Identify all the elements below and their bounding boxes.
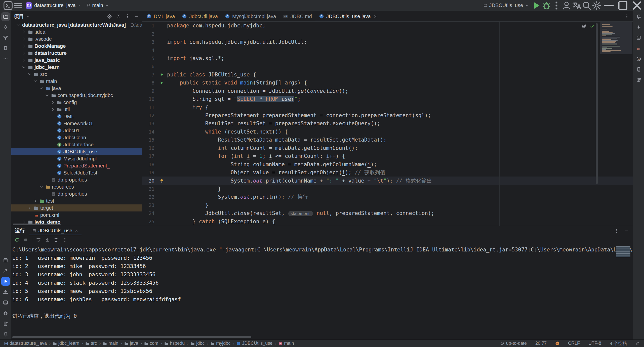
- no-problems-check-icon[interactable]: [590, 24, 595, 29]
- code-line[interactable]: 13 ResultSet resultSet = preparedStateme…: [142, 119, 633, 127]
- user-account-icon[interactable]: [561, 0, 572, 11]
- line-number[interactable]: 4: [142, 48, 156, 53]
- code-line[interactable]: 14 while (resultSet.next()) {: [142, 128, 633, 136]
- editor-minimap[interactable]: [600, 22, 633, 226]
- device-manager-tool-button[interactable]: [634, 65, 643, 74]
- line-number[interactable]: 8: [142, 80, 156, 85]
- code-line[interactable]: 18 String columnName = metaData.getColum…: [142, 160, 633, 168]
- code-line[interactable]: 2: [142, 30, 633, 38]
- chevron-down-icon[interactable]: [33, 79, 38, 84]
- code-line[interactable]: 25 } catch (SQLException e) {: [142, 218, 633, 226]
- code-line[interactable]: 17 for (int i = 1; i <= columnCount; i++…: [142, 152, 633, 160]
- breadcrumb-item[interactable]: main: [103, 341, 118, 346]
- notifications-tool-button[interactable]: [1, 330, 10, 338]
- chevron-down-icon[interactable]: [39, 184, 44, 189]
- line-ending[interactable]: CRLF: [568, 341, 580, 346]
- commit-tool-button[interactable]: [1, 23, 10, 31]
- project-panel-title[interactable]: 项目: [14, 13, 24, 20]
- run-tool-button[interactable]: [1, 277, 10, 286]
- more-tools-tool-button[interactable]: [1, 55, 10, 63]
- soft-wrap-icon[interactable]: [36, 237, 41, 242]
- editor-tab[interactable]: CJDBCUtils_use.java: [315, 11, 381, 21]
- tree-item[interactable]: java: [11, 85, 142, 92]
- vcs-update-status[interactable]: up-to-date: [500, 341, 527, 346]
- libraries-tool-button[interactable]: [634, 76, 643, 84]
- chevron-right-icon[interactable]: [50, 107, 55, 112]
- gradle-tool-button[interactable]: G: [634, 55, 643, 63]
- intention-bulb-icon[interactable]: [159, 179, 164, 183]
- line-number[interactable]: 18: [142, 162, 156, 167]
- more-options-icon[interactable]: [614, 228, 619, 233]
- breadcrumb-item[interactable]: jdbc_learn: [53, 341, 79, 346]
- line-number[interactable]: 13: [142, 121, 156, 126]
- breadcrumb-item[interactable]: datastructure_java: [4, 341, 47, 346]
- tree-item[interactable]: CJdbcConn: [11, 134, 142, 141]
- indent-style[interactable]: 4 个空格: [610, 340, 627, 346]
- code-line[interactable]: 1package com.hspedu.jdbc.myjdbc;: [142, 22, 633, 30]
- debug-tool-button[interactable]: [1, 309, 10, 317]
- editor-tab[interactable]: CMysqlJdbcImpl.java: [221, 11, 280, 21]
- line-number[interactable]: 25: [142, 219, 156, 224]
- chevron-right-icon[interactable]: [27, 205, 32, 210]
- chevron-right-icon[interactable]: [21, 36, 26, 41]
- code-line[interactable]: 10 String sql = "SELECT * FROM user";: [142, 95, 633, 103]
- run-gutter-icon[interactable]: [159, 81, 164, 85]
- hide-panel-icon[interactable]: [624, 228, 629, 233]
- line-number[interactable]: 24: [142, 210, 156, 216]
- editor-tab[interactable]: CJdbcUtil.java: [178, 11, 221, 21]
- project-tool-button[interactable]: [1, 12, 10, 21]
- breadcrumb-item[interactable]: java: [124, 341, 138, 346]
- vcs-branch-widget[interactable]: main: [84, 1, 111, 10]
- breadcrumb-item[interactable]: jdbc: [191, 341, 205, 346]
- tree-item[interactable]: mpom.xml: [11, 211, 142, 219]
- tree-item[interactable]: CSelectJdbcTest: [11, 169, 142, 176]
- more-actions-icon[interactable]: [551, 0, 561, 11]
- code-line[interactable]: 5import java.sql.*;: [142, 54, 633, 62]
- line-number[interactable]: 21: [142, 186, 156, 192]
- tree-item[interactable]: .idea: [11, 28, 142, 35]
- debug-button[interactable]: [541, 0, 551, 11]
- line-number[interactable]: 14: [142, 129, 156, 135]
- tree-item[interactable]: com.hspedu.jdbc.myjdbc: [11, 92, 142, 99]
- clear-all-icon[interactable]: [54, 237, 59, 242]
- console-horizontal-scrollbar[interactable]: [12, 336, 251, 338]
- tree-item[interactable]: java_basic: [11, 57, 142, 64]
- breadcrumb-item[interactable]: src: [85, 341, 97, 346]
- code-line[interactable]: 16 int columnCount = metaData.getColumnC…: [142, 144, 633, 152]
- main-menu-icon[interactable]: [13, 0, 23, 11]
- line-number[interactable]: 2: [142, 31, 156, 37]
- code-lines[interactable]: 1package com.hspedu.jdbc.myjdbc;23import…: [142, 22, 633, 226]
- tree-item[interactable]: resources: [11, 183, 142, 190]
- tree-item[interactable]: main: [11, 78, 142, 85]
- console-output[interactable]: C:\Users\meowrain\scoop\apps\corretto17-…: [12, 246, 632, 335]
- code-line[interactable]: 21 }: [142, 185, 633, 193]
- chevron-right-icon[interactable]: [21, 29, 26, 34]
- editor-vertical-scrollbar[interactable]: [596, 23, 598, 184]
- hide-panel-icon[interactable]: [134, 14, 139, 19]
- database-tool-button[interactable]: [634, 33, 643, 42]
- line-number[interactable]: 15: [142, 137, 156, 143]
- line-number[interactable]: 11: [142, 105, 156, 110]
- chevron-down-icon[interactable]: [45, 93, 50, 98]
- minimize-button[interactable]: [602, 0, 616, 11]
- terminal-tool-button[interactable]: [1, 298, 10, 307]
- chevron-right-icon[interactable]: [21, 51, 26, 56]
- line-number[interactable]: 10: [142, 96, 156, 102]
- scroll-to-end-icon[interactable]: [45, 237, 50, 242]
- project-tree[interactable]: datastructure_java [datastructureWithJav…: [11, 21, 142, 226]
- more-options-icon[interactable]: [125, 14, 130, 19]
- run-button[interactable]: [531, 0, 541, 11]
- close-icon[interactable]: [373, 14, 377, 19]
- code-line[interactable]: 19 Object value = resultSet.getObject(i)…: [142, 168, 633, 177]
- line-number[interactable]: 12: [142, 113, 156, 118]
- code-line[interactable]: 12 PreparedStatement preparedStatement =…: [142, 111, 633, 119]
- breadcrumb-item[interactable]: com: [144, 341, 158, 346]
- services-tool-button[interactable]: [1, 256, 10, 265]
- problems-tool-button[interactable]: [1, 288, 10, 296]
- code-line[interactable]: 15 ResultSetMetaData metaData = resultSe…: [142, 136, 633, 144]
- maven-tool-button[interactable]: m: [634, 44, 643, 53]
- code-line[interactable]: 24 JdbcUtil.close(resultSet, statement: …: [142, 209, 633, 217]
- tree-item[interactable]: CJdbc01: [11, 127, 142, 134]
- run-gutter-icon[interactable]: [159, 72, 164, 77]
- search-everywhere-icon[interactable]: [582, 0, 592, 11]
